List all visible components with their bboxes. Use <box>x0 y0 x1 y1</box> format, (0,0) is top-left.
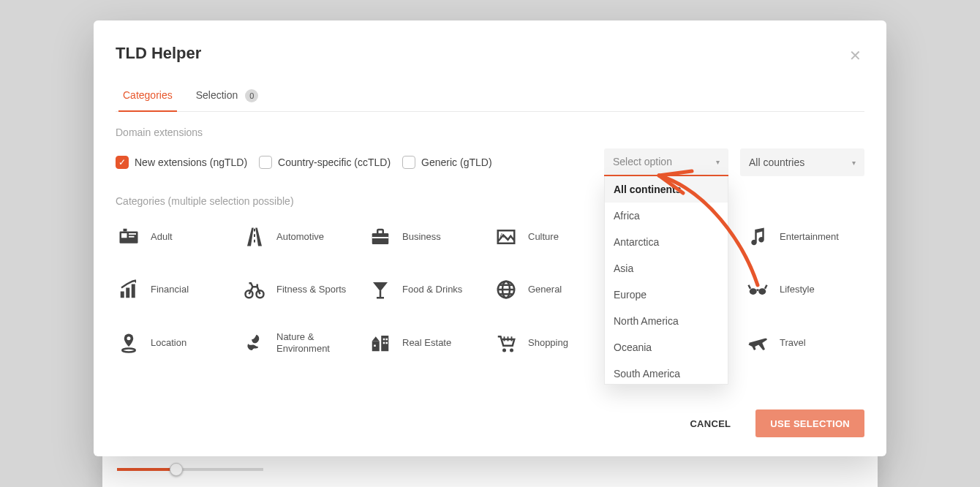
svg-rect-7 <box>254 240 255 243</box>
slider-fill <box>117 468 176 471</box>
category-label: Location <box>151 337 186 349</box>
category-grid: Adult Automotive Business A Culture Educ… <box>116 223 864 357</box>
svg-point-29 <box>127 336 131 340</box>
tab-label: Categories <box>123 89 173 101</box>
category-general[interactable]: General <box>493 276 613 303</box>
airplane-icon <box>745 332 771 354</box>
category-food-drinks[interactable]: Food & Drinks <box>367 276 487 303</box>
category-shopping[interactable]: Shopping <box>493 328 613 357</box>
continent-select-box[interactable]: Select option ▾ <box>604 148 728 176</box>
continent-option[interactable]: Africa <box>605 203 728 229</box>
checkbox-cctld[interactable]: Country-specific (ccTLD) <box>259 156 391 169</box>
category-label: Food & Drinks <box>402 284 462 295</box>
checkbox-ngtld[interactable]: ✓ New extensions (ngTLD) <box>116 156 247 169</box>
section-label-extensions: Domain extensions <box>116 127 864 138</box>
music-note-icon <box>745 226 771 248</box>
category-label: Culture <box>528 231 559 243</box>
continent-option[interactable]: Antarctica <box>605 229 728 255</box>
svg-rect-38 <box>374 344 376 347</box>
category-label: Nature & Environment <box>276 331 361 354</box>
section-label-categories: Categories (multiple selection possible) <box>116 195 864 207</box>
category-label: Entertainment <box>780 231 839 243</box>
modal-title: TLD Helper <box>116 44 201 63</box>
svg-rect-19 <box>377 297 384 299</box>
category-lifestyle[interactable]: Lifestyle <box>745 276 864 303</box>
tab-label: Selection <box>196 89 238 101</box>
svg-rect-34 <box>383 338 385 340</box>
category-adult[interactable]: Adult <box>116 223 235 251</box>
category-label: Financial <box>151 284 189 295</box>
category-label: Real Estate <box>402 337 451 349</box>
continent-dropdown: All continents Africa Antarctica Asia Eu… <box>604 176 728 385</box>
category-automotive[interactable]: Automotive <box>241 223 361 251</box>
svg-rect-6 <box>254 234 255 237</box>
svg-rect-5 <box>254 229 255 232</box>
leaf-hand-icon <box>241 332 268 354</box>
svg-point-40 <box>510 348 513 352</box>
checkbox-gtld[interactable]: Generic (gTLD) <box>402 156 491 169</box>
svg-point-25 <box>750 288 757 295</box>
continent-option[interactable]: Oceania <box>605 334 728 360</box>
modal-footer: CANCEL USE SELECTION <box>116 398 864 437</box>
checkbox-label: Country-specific (ccTLD) <box>278 156 391 168</box>
svg-rect-35 <box>386 338 388 340</box>
svg-rect-12 <box>121 292 124 298</box>
slider-handle[interactable] <box>170 463 183 476</box>
svg-point-39 <box>502 348 506 352</box>
category-label: Adult <box>151 231 173 243</box>
modal-header: TLD Helper ✕ <box>116 44 864 67</box>
checkbox-label: Generic (gTLD) <box>421 156 491 168</box>
cocktail-icon <box>367 279 393 301</box>
continent-option[interactable]: North America <box>605 308 728 334</box>
category-label: Shopping <box>528 337 568 349</box>
svg-rect-36 <box>383 341 385 344</box>
category-nature-environment[interactable]: Nature & Environment <box>241 328 361 357</box>
svg-rect-14 <box>132 284 135 298</box>
use-selection-button[interactable]: USE SELECTION <box>755 409 864 437</box>
category-travel[interactable]: Travel <box>745 328 864 357</box>
buildings-icon <box>367 332 393 354</box>
tab-selection-badge: 0 <box>245 89 258 102</box>
category-financial[interactable]: Financial <box>116 276 235 303</box>
category-location[interactable]: Location <box>116 328 235 357</box>
svg-rect-18 <box>380 290 382 297</box>
tld-helper-modal: TLD Helper ✕ Categories Selection 0 Doma… <box>94 20 886 456</box>
country-select-box[interactable]: All countries ▾ <box>740 148 864 176</box>
svg-marker-32 <box>372 336 380 341</box>
svg-point-30 <box>122 348 135 352</box>
category-label: Lifestyle <box>780 284 815 295</box>
road-icon <box>241 226 268 248</box>
svg-rect-9 <box>372 237 389 238</box>
continent-option[interactable]: South America <box>605 360 728 385</box>
slider-track <box>117 468 263 471</box>
close-button[interactable]: ✕ <box>846 44 864 67</box>
painting-icon: A <box>493 226 519 248</box>
close-icon: ✕ <box>849 48 862 64</box>
continent-option[interactable]: Europe <box>605 282 728 308</box>
svg-rect-2 <box>129 233 136 235</box>
category-culture[interactable]: A Culture <box>493 223 613 251</box>
checkbox-label: New extensions (ngTLD) <box>135 156 247 168</box>
category-label: Automotive <box>276 231 324 243</box>
svg-text:A: A <box>500 232 504 239</box>
category-business[interactable]: Business <box>367 223 487 251</box>
chevron-down-icon: ▾ <box>716 158 720 166</box>
svg-line-28 <box>765 285 767 289</box>
category-fitness-sports[interactable]: Fitness & Sports <box>241 276 361 303</box>
continent-option[interactable]: Asia <box>605 255 728 282</box>
svg-rect-1 <box>121 233 127 238</box>
svg-rect-3 <box>129 236 135 238</box>
category-real-estate[interactable]: Real Estate <box>367 328 487 357</box>
sunglasses-icon <box>745 279 771 301</box>
svg-rect-8 <box>372 233 389 244</box>
continent-option[interactable]: All continents <box>605 176 728 203</box>
tab-categories[interactable]: Categories <box>121 82 174 111</box>
tab-selection[interactable]: Selection 0 <box>195 82 260 111</box>
map-pin-icon <box>116 332 142 354</box>
category-entertainment[interactable]: Entertainment <box>745 223 864 251</box>
briefcase-icon <box>367 226 393 248</box>
country-select[interactable]: All countries ▾ <box>740 148 864 176</box>
svg-rect-4 <box>124 229 127 232</box>
cancel-button[interactable]: CANCEL <box>675 409 745 437</box>
continent-select[interactable]: Select option ▾ All continents Africa An… <box>604 148 728 176</box>
